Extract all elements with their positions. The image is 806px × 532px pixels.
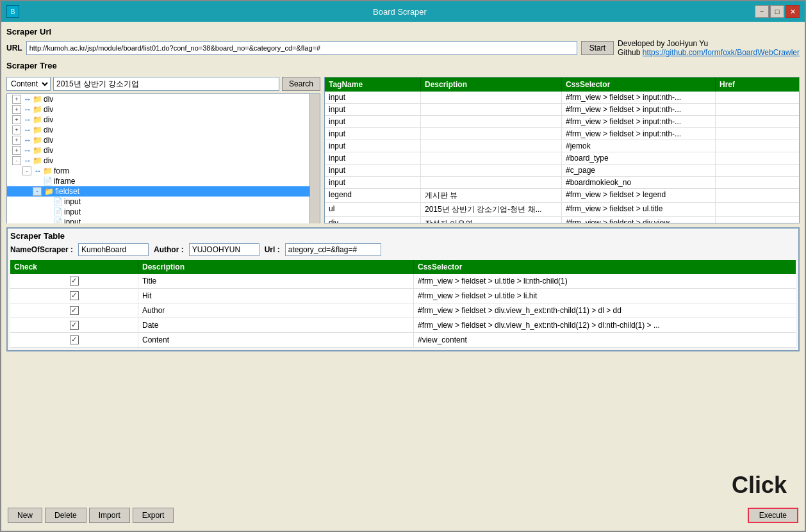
tree-item[interactable]: + ↔ 📁 div <box>7 125 320 135</box>
start-button[interactable]: Start <box>581 41 614 55</box>
tree-item[interactable]: - ↔ 📁 div <box>7 156 320 166</box>
file-icon: 📄 <box>53 218 63 223</box>
checkbox-date[interactable] <box>70 321 79 330</box>
checkbox-hit[interactable] <box>70 291 79 300</box>
folder-icon: 📁 <box>33 146 42 155</box>
scrollbar[interactable] <box>309 94 320 223</box>
tag-table-body: input #frm_view > fieldset > input:nth-.… <box>325 92 799 223</box>
tagname-cell: div <box>325 217 421 223</box>
new-button[interactable]: New <box>8 508 42 523</box>
tree-item-label: div <box>44 115 53 124</box>
tree-item-label: div <box>44 105 53 114</box>
author-label: Author : <box>154 245 184 254</box>
tree-item[interactable]: + ↔ 📁 div <box>7 94 320 104</box>
expand-icon[interactable]: + <box>12 95 21 104</box>
table-row: ul 2015년 상반기 강소기업-청년 채... #frm_view > fi… <box>325 203 799 217</box>
expand-arrow: ↔ <box>24 105 31 114</box>
folder-icon: 📁 <box>44 187 54 196</box>
href-header: Href <box>716 77 799 92</box>
href-cell <box>716 128 799 140</box>
expand-arrow: ↔ <box>24 115 31 124</box>
expand-icon[interactable]: + <box>12 105 21 114</box>
search-button[interactable]: Search <box>282 77 320 91</box>
tree-item[interactable]: + ↔ 📁 div <box>7 135 320 145</box>
expand-icon-minus[interactable]: - <box>22 166 31 175</box>
tag-table-header: TagName Description CssSelector Href <box>325 77 799 92</box>
export-button[interactable]: Export <box>133 508 174 523</box>
url-input[interactable] <box>26 41 577 55</box>
tagname-cell: input <box>325 92 421 103</box>
scraper-table-title: Scraper Table <box>10 231 796 241</box>
author-input[interactable] <box>189 243 259 256</box>
description-cell <box>421 177 562 188</box>
checkbox-title[interactable] <box>70 277 79 286</box>
tree-item[interactable]: + ↔ 📁 div <box>7 115 320 125</box>
name-input[interactable] <box>78 243 149 256</box>
tree-section: Content Title Author Date Search + ↔ 📁 d… <box>6 77 320 223</box>
url-input2[interactable] <box>285 243 381 256</box>
cssselector-cell: #jemok <box>562 140 716 152</box>
tree-item-label: div <box>44 136 53 145</box>
expand-icon[interactable]: + <box>12 115 21 124</box>
close-button[interactable]: ✕ <box>785 5 800 18</box>
tagname-cell: input <box>325 165 421 176</box>
folder-icon: 📁 <box>33 125 42 134</box>
tree-item[interactable]: - ↔ 📁 form <box>7 166 320 176</box>
table-row: input #jemok <box>325 140 799 152</box>
desc-cell: Author <box>138 303 414 318</box>
folder-icon: 📁 <box>33 156 42 165</box>
tree-item[interactable]: 📄 iframe <box>7 176 320 186</box>
tree-item[interactable]: + ↔ 📁 div <box>7 104 320 115</box>
cssselector-cell: #frm_view > fieldset > ul.title <box>562 203 716 216</box>
expand-icon-minus[interactable]: - <box>12 156 21 165</box>
delete-button[interactable]: Delete <box>45 508 86 523</box>
checkbox-author[interactable] <box>70 306 79 315</box>
window-body: Scraper Url URL Start Developed by JooHy… <box>1 22 805 531</box>
import-button[interactable]: Import <box>89 508 130 523</box>
name-label: NameOfScraper : <box>10 245 73 254</box>
tree-item-label: iframe <box>54 177 75 186</box>
href-cell <box>716 203 799 216</box>
expand-icon-minus[interactable]: - <box>33 187 42 196</box>
desc-cell: Date <box>138 318 414 332</box>
tree-item-label: input <box>64 197 81 206</box>
scraper-row: Content #view_content <box>10 333 796 348</box>
scraper-url-title: Scraper Url <box>6 27 800 36</box>
href-cell <box>716 116 799 127</box>
table-row: input #frm_view > fieldset > input:nth-.… <box>325 92 799 104</box>
checkbox-content[interactable] <box>70 335 79 344</box>
expand-icon[interactable]: + <box>12 136 21 145</box>
content-select[interactable]: Content Title Author Date <box>6 77 51 91</box>
css-cell: #frm_view > fieldset > ul.title > li:nth… <box>414 274 796 288</box>
tree-item[interactable]: 📄 input <box>7 197 320 207</box>
tagname-cell: ul <box>325 203 421 216</box>
tree-and-table: Content Title Author Date Search + ↔ 📁 d… <box>6 77 800 223</box>
cssselector-header2: CssSelector <box>414 260 796 274</box>
maximize-button[interactable]: □ <box>770 5 784 18</box>
tree-item-label: input <box>64 218 81 223</box>
expand-icon[interactable]: + <box>12 146 21 155</box>
cssselector-cell: #frm_view > fieldset > input:nth-... <box>562 128 716 140</box>
href-cell <box>716 152 799 164</box>
cssselector-header: CssSelector <box>562 77 716 92</box>
tagname-cell: input <box>325 140 421 152</box>
description-cell <box>421 140 562 152</box>
tree-container[interactable]: + ↔ 📁 div + ↔ 📁 div + ↔ 📁 <box>6 93 320 223</box>
tree-item[interactable]: + ↔ 📁 div <box>7 145 320 156</box>
execute-button[interactable]: Execute <box>748 508 798 523</box>
tagname-cell: input <box>325 152 421 164</box>
github-link: Github https://github.com/formfoxk/Board… <box>618 48 800 57</box>
minimize-button[interactable]: − <box>755 5 769 18</box>
expand-arrow: ↔ <box>24 95 31 104</box>
tagname-cell: input <box>325 116 421 127</box>
href-cell <box>716 177 799 188</box>
description-cell: 게시판 뷰 <box>421 189 562 202</box>
search-input[interactable] <box>53 77 279 91</box>
tree-toolbar: Content Title Author Date Search <box>6 77 320 91</box>
tree-item[interactable]: 📄 input <box>7 217 320 223</box>
tree-item[interactable]: 📄 input <box>7 207 320 217</box>
tree-item-fieldset[interactable]: - 📁 fieldset <box>7 186 320 197</box>
dev-text: Developed by JooHyun Yu <box>618 39 800 48</box>
expand-icon[interactable]: + <box>12 125 21 134</box>
cssselector-cell: #frm_view > fieldset > input:nth-... <box>562 116 716 127</box>
